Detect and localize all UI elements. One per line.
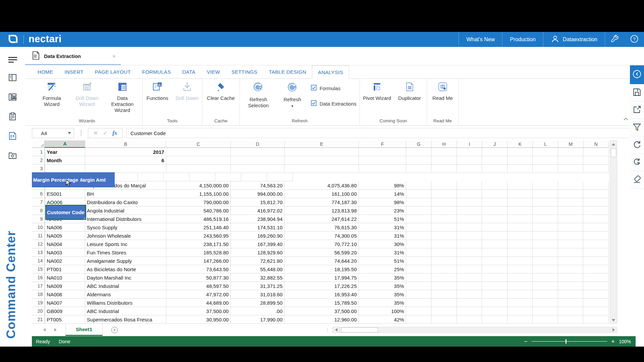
- next-sheet-button[interactable]: [54, 328, 57, 331]
- cell-F13[interactable]: 31%: [359, 248, 406, 257]
- cell-C15[interactable]: 73,643.50: [166, 265, 231, 274]
- cell-H15[interactable]: [431, 265, 457, 274]
- cell-K20[interactable]: [507, 307, 533, 315]
- cell-E12[interactable]: 70,772.10: [284, 240, 359, 248]
- cell-F3[interactable]: [359, 165, 406, 173]
- cell-I17[interactable]: [457, 282, 482, 290]
- cell-D19[interactable]: 28,899.50: [231, 299, 285, 307]
- cell-M16[interactable]: [558, 274, 584, 282]
- ribbon-tab-page-layout[interactable]: PAGE LAYOUT: [89, 65, 137, 78]
- cell-L16[interactable]: [533, 274, 558, 282]
- cell-K6[interactable]: [507, 190, 533, 198]
- cell-N6[interactable]: [583, 190, 609, 198]
- save-button[interactable]: [630, 84, 644, 102]
- cell-I6[interactable]: [457, 190, 482, 198]
- cell-D18[interactable]: 31,018.60: [231, 290, 285, 299]
- cell-I12[interactable]: [457, 240, 482, 248]
- cell-N21[interactable]: [583, 315, 609, 324]
- cell-F19[interactable]: 35%: [359, 299, 406, 307]
- cell-H9[interactable]: [431, 215, 457, 223]
- scrollbar-grip-icon[interactable]: ⋮: [325, 329, 330, 331]
- cell-A1[interactable]: Year: [45, 148, 85, 156]
- cell-N9[interactable]: [583, 215, 609, 223]
- cell-L1[interactable]: [533, 148, 558, 156]
- cell-L9[interactable]: [533, 215, 558, 223]
- cell-H1[interactable]: [431, 148, 457, 156]
- cell-E1[interactable]: [284, 148, 359, 156]
- cell-G6[interactable]: [406, 190, 432, 198]
- cell-F6[interactable]: 14%: [359, 190, 406, 198]
- cell-K11[interactable]: [507, 232, 533, 240]
- cell-F4[interactable]: Margin Percentage: [32, 172, 80, 187]
- cell-C21[interactable]: 30,950.00: [166, 315, 231, 324]
- cell-H14[interactable]: [431, 257, 457, 265]
- ribbon-tab-data[interactable]: DATA: [176, 65, 201, 78]
- cell-J17[interactable]: [482, 282, 507, 290]
- insert-function-icon[interactable]: fx: [112, 130, 117, 136]
- cell-J21[interactable]: [482, 315, 507, 324]
- cell-C13[interactable]: 185,528.80: [166, 248, 231, 257]
- duplicator-button[interactable]: Duplicator: [394, 81, 425, 101]
- cell-N20[interactable]: [583, 307, 609, 315]
- cell-L15[interactable]: [533, 265, 558, 274]
- cell-C16[interactable]: 50,877.30: [166, 274, 231, 282]
- cell-E18[interactable]: 16,953.40: [284, 290, 359, 299]
- cell-A17[interactable]: NA009: [45, 282, 85, 290]
- cell-K2[interactable]: [507, 156, 533, 165]
- ribbon-tab-home[interactable]: HOME: [32, 65, 59, 78]
- cell-I7[interactable]: [457, 198, 482, 206]
- cell-A20[interactable]: GB009: [45, 307, 85, 315]
- sidebar-item-documents[interactable]: [0, 68, 25, 88]
- cell-H10[interactable]: [431, 223, 457, 232]
- cell-F14[interactable]: 51%: [359, 257, 406, 265]
- cell-D20[interactable]: .00: [231, 307, 285, 315]
- sidebar-item-tasks[interactable]: [0, 107, 25, 127]
- cell-L12[interactable]: [533, 240, 558, 248]
- ribbon-tab-analysis[interactable]: ANALYSIS: [312, 65, 349, 79]
- cell-E21[interactable]: 12,960.00: [284, 315, 359, 324]
- column-header-I[interactable]: I: [457, 140, 482, 148]
- cell-J7[interactable]: [482, 198, 507, 206]
- cell-E9[interactable]: 247,614.22: [284, 215, 359, 223]
- cell-A16[interactable]: NA010: [45, 274, 85, 282]
- cell-I14[interactable]: [457, 257, 482, 265]
- cell-D10[interactable]: 174,531.10: [231, 223, 285, 232]
- cell-C5[interactable]: 4,150,000.00: [166, 181, 231, 190]
- horizontal-scrollbar[interactable]: ⋮: [325, 326, 617, 333]
- share-button[interactable]: [630, 102, 644, 119]
- cell-A13[interactable]: NA003: [45, 248, 85, 257]
- cell-D17[interactable]: 31,371.25: [231, 282, 285, 290]
- cell-C20[interactable]: 37,500.00: [166, 307, 231, 315]
- sidebar-item-dashboards[interactable]: [0, 88, 25, 107]
- scroll-up-button[interactable]: [610, 141, 617, 147]
- cell-M1[interactable]: [558, 148, 584, 156]
- cell-J3[interactable]: [482, 165, 507, 173]
- cell-D7[interactable]: 15,812.70: [231, 198, 285, 206]
- cell-H5[interactable]: [431, 181, 457, 190]
- cell-L8[interactable]: [533, 206, 558, 215]
- scroll-down-button[interactable]: [610, 317, 617, 323]
- cell-F9[interactable]: 51%: [359, 215, 406, 223]
- cell-K7[interactable]: [507, 198, 533, 206]
- cell-E10[interactable]: 76,615.30: [284, 223, 359, 232]
- cell-K5[interactable]: [507, 181, 533, 190]
- cell-D1[interactable]: [231, 148, 285, 156]
- cell-L19[interactable]: [533, 299, 558, 307]
- cell-K16[interactable]: [507, 274, 533, 282]
- cell-G3[interactable]: [406, 165, 432, 173]
- cell-I20[interactable]: [457, 307, 482, 315]
- column-header-H[interactable]: H: [432, 140, 457, 148]
- cell-D2[interactable]: [231, 156, 285, 165]
- cell-C2[interactable]: [166, 156, 231, 165]
- cell-C17[interactable]: 48,597.50: [166, 282, 231, 290]
- cell-J20[interactable]: [482, 307, 507, 315]
- cell-G2[interactable]: [406, 156, 432, 165]
- cell-L10[interactable]: [533, 223, 558, 232]
- cell-K18[interactable]: [507, 290, 533, 299]
- formula-wizard-button[interactable]: Formula Wizard: [36, 81, 67, 107]
- cell-M20[interactable]: [558, 307, 584, 315]
- column-header-K[interactable]: K: [507, 140, 533, 148]
- cell-H12[interactable]: [431, 240, 457, 248]
- cell-B15[interactable]: As Bicicletas do Norte: [85, 265, 166, 274]
- cell-I21[interactable]: [457, 315, 482, 324]
